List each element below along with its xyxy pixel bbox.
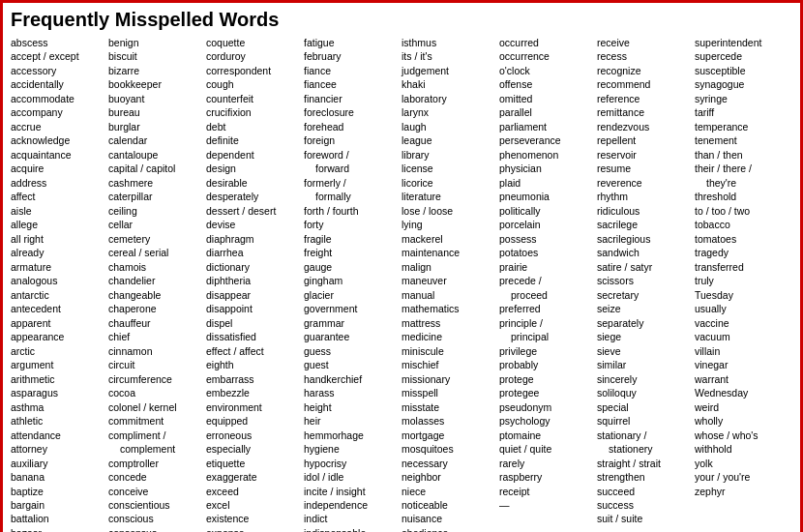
list-item: sieve	[597, 344, 691, 358]
list-item: remittance	[597, 105, 691, 119]
list-item: seize	[597, 302, 691, 315]
list-item: special	[597, 400, 691, 414]
list-item: caterpillar	[108, 190, 202, 203]
list-item: plaid	[499, 176, 593, 190]
list-item: parallel	[499, 105, 593, 119]
list-item: porcelain	[499, 218, 593, 231]
list-item: niece	[402, 485, 495, 498]
list-item: forty	[304, 218, 398, 231]
list-item: battalion	[11, 512, 104, 525]
list-item: auxiliary	[11, 457, 104, 470]
list-item: than / then	[695, 148, 788, 162]
list-item: mortgage	[402, 429, 495, 442]
list-item: cantaloupe	[108, 148, 202, 162]
column-col5: isthmusits / it'sjudgementkhakilaborator…	[402, 36, 499, 532]
list-item: khaki	[402, 77, 495, 91]
list-item: your / you're	[695, 470, 788, 484]
list-item: conscious	[108, 512, 202, 525]
list-item: receipt	[499, 485, 593, 498]
list-item: forehead	[304, 120, 398, 133]
list-item: protegee	[499, 386, 593, 399]
list-item: effect / affect	[206, 344, 300, 358]
list-item: arithmetic	[11, 372, 104, 386]
list-item: diarrhea	[206, 246, 300, 259]
list-item: devise	[206, 218, 300, 231]
list-item: indict	[304, 512, 398, 525]
list-item: abscess	[11, 36, 104, 49]
list-item: already	[11, 246, 104, 259]
list-item: incite / insight	[304, 485, 398, 498]
list-item: secretary	[597, 288, 691, 302]
list-item: diphtheria	[206, 274, 300, 287]
list-item: laboratory	[402, 92, 495, 105]
list-item: superintendent	[695, 36, 788, 49]
column-col2: benignbiscuitbizarrebookkeeperbuoyantbur…	[108, 36, 206, 532]
list-item: idol / idle	[304, 470, 398, 484]
list-item: pseudonym	[499, 400, 593, 414]
list-item: isthmus	[402, 36, 495, 49]
list-item: recess	[597, 49, 691, 63]
list-item: hemmorhage	[304, 429, 398, 442]
list-item: circuit	[108, 358, 202, 371]
list-item: soliloquy	[597, 386, 691, 399]
column-col4: fatiguefebruaryfiancefianceefinancierfor…	[304, 36, 402, 532]
list-item: mackerel	[402, 232, 495, 246]
list-item: misstate	[402, 400, 495, 414]
list-item: dictionary	[206, 260, 300, 274]
list-item: principle /	[499, 316, 593, 330]
list-item: foreign	[304, 133, 398, 147]
list-item: dispel	[206, 316, 300, 330]
list-item: pneumonia	[499, 190, 593, 203]
list-item: squirrel	[597, 414, 691, 428]
list-item: malign	[402, 260, 495, 274]
list-item: allege	[11, 218, 104, 231]
list-item: dissatisfied	[206, 330, 300, 343]
list-item: lose / loose	[402, 204, 495, 218]
list-item: principal	[499, 330, 593, 343]
list-item: psychology	[499, 414, 593, 428]
list-item: athletic	[11, 414, 104, 428]
list-item: conceive	[108, 485, 202, 498]
list-item: stationery	[597, 442, 691, 456]
list-item: misspell	[402, 386, 495, 399]
list-item: recognize	[597, 64, 691, 77]
list-item: gauge	[304, 260, 398, 274]
list-item: o'clock	[499, 64, 593, 77]
list-item: cinnamon	[108, 344, 202, 358]
list-item: embarrass	[206, 372, 300, 386]
list-item: biscuit	[108, 49, 202, 63]
list-item: reference	[597, 92, 691, 105]
list-item: perseverance	[499, 133, 593, 147]
list-item: withhold	[695, 442, 788, 456]
list-item: commitment	[108, 414, 202, 428]
list-item: environment	[206, 400, 300, 414]
list-item: phenomenon	[499, 148, 593, 162]
list-item: forward	[304, 162, 398, 175]
list-item: chaperone	[108, 302, 202, 315]
list-item: especially	[206, 442, 300, 456]
list-item: february	[304, 49, 398, 63]
column-col7: receiverecessrecognizerecommendreference…	[597, 36, 695, 532]
list-item: acquire	[11, 162, 104, 175]
list-item: manual	[402, 288, 495, 302]
list-item: cocoa	[108, 386, 202, 399]
list-item: lying	[402, 218, 495, 231]
list-item: attorney	[11, 442, 104, 456]
list-item: debt	[206, 120, 300, 133]
list-item: indispensable	[304, 526, 398, 532]
list-item: privilege	[499, 344, 593, 358]
list-item: ridiculous	[597, 204, 691, 218]
list-item: design	[206, 162, 300, 175]
list-item: bureau	[108, 105, 202, 119]
column-col6: occurredoccurrenceo'clockoffenseomittedp…	[499, 36, 597, 532]
list-item: foreclosure	[304, 105, 398, 119]
list-item: accrue	[11, 120, 104, 133]
list-item: physician	[499, 162, 593, 175]
list-item: satire / satyr	[597, 260, 691, 274]
list-item: chamois	[108, 260, 202, 274]
list-item: parliament	[499, 120, 593, 133]
list-item: guest	[304, 358, 398, 371]
list-item: repellent	[597, 133, 691, 147]
list-item: compliment /	[108, 429, 202, 442]
list-item: address	[11, 176, 104, 190]
